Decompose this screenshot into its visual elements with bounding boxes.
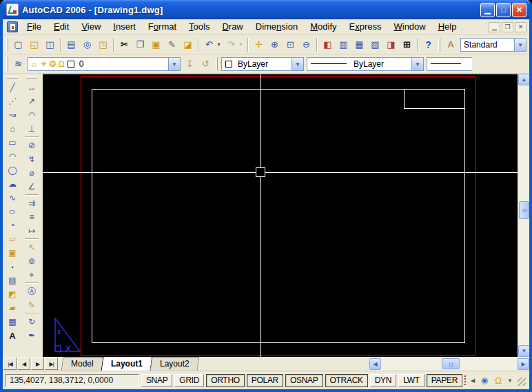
line-icon[interactable]: ╱ [5,81,20,94]
toolbar-grip[interactable] [6,57,8,71]
ordinate-dimension-icon[interactable]: ⊥ [24,122,39,136]
pan-icon[interactable]: ✛ [252,37,266,52]
toolbar-grip[interactable] [438,38,440,52]
menu-express[interactable]: Express [343,20,388,34]
layer-combobox[interactable]: ☼☀❂Ω 0 ▾ [28,57,181,71]
tab-next-button[interactable]: ▶ [31,358,44,370]
autocad-app-icon[interactable] [6,3,19,16]
radius-dimension-icon[interactable]: ⊘ [24,138,39,152]
copy-icon[interactable]: ❐ [133,37,147,52]
arc-length-dimension-icon[interactable]: ◠ [24,108,39,122]
toggle-paper[interactable]: PAPER [427,374,462,387]
make-object-layer-current-icon[interactable]: ↧ [183,56,197,72]
table-icon[interactable]: ▦ [5,315,20,329]
point-icon[interactable]: ∙ [5,260,20,274]
dimension-style-icon[interactable]: ✒ [24,329,39,342]
chevron-down-icon[interactable]: ▾ [411,58,423,70]
tray-lock-icon[interactable]: Ω [493,375,504,386]
toolbar-grip[interactable] [6,38,8,52]
tab-layout2[interactable]: Layout2 [150,357,199,371]
tool-palettes-icon[interactable]: ▦ [352,37,367,52]
layer-previous-icon[interactable]: ↺ [198,56,213,72]
spline-icon[interactable]: ∿ [5,191,20,205]
redo-dropdown-icon[interactable]: ▾ [237,37,245,52]
zoom-previous-icon[interactable]: ⊖ [299,37,314,52]
menu-window[interactable]: Window [387,20,431,34]
polyline-icon[interactable]: ↝ [5,108,20,122]
dimension-update-icon[interactable]: ↻ [24,315,39,329]
make-block-icon[interactable]: ▣ [5,246,20,260]
close-button[interactable]: ✕ [512,3,526,17]
publish-icon[interactable]: ◳ [96,37,110,52]
toggle-polar[interactable]: POLAR [247,374,283,387]
ellipse-icon[interactable]: ○ [5,205,20,218]
construction-line-icon[interactable]: ⋰ [5,94,20,108]
linear-dimension-icon[interactable]: ↔ [24,81,39,94]
tab-model[interactable]: Model [61,357,103,371]
zoom-realtime-icon[interactable]: ⊕ [267,37,282,52]
chevron-down-icon[interactable]: ▾ [168,58,180,70]
toggle-snap[interactable]: SNAP [141,374,172,387]
menu-tools[interactable]: Tools [183,20,216,34]
jogged-dimension-icon[interactable]: ↯ [24,152,39,166]
layer-vpfreeze-icon[interactable]: ❂ [50,59,57,69]
horizontal-scrollbar[interactable]: ◀ ▶ [369,357,529,371]
print-icon[interactable]: ▤ [64,37,79,52]
drawing-canvas[interactable] [43,74,518,357]
communication-center-icon[interactable]: ◉ [479,375,490,385]
quick-leader-icon[interactable]: ↖ [24,240,39,254]
text-style-combobox[interactable]: Standard ▾ [460,38,526,52]
scroll-down-icon[interactable]: ▼ [518,345,530,357]
tab-last-button[interactable]: ▶| [45,358,58,370]
tab-layout1[interactable]: Layout1 [101,356,152,371]
hatch-icon[interactable]: ▨ [5,274,20,287]
horizontal-scroll-track[interactable] [381,358,518,370]
redo-icon[interactable]: ↷ [224,37,238,52]
menu-file[interactable]: File [21,20,48,34]
aligned-dimension-icon[interactable]: ↗ [24,94,39,108]
menu-help[interactable]: Help [432,20,463,34]
print-preview-icon[interactable]: ◎ [80,37,94,52]
center-mark-icon[interactable]: ⌖ [24,268,39,282]
rectangle-icon[interactable]: ▭ [5,136,20,149]
dimension-edit-icon[interactable]: Ⓐ [24,285,39,298]
sheet-set-manager-icon[interactable]: ▧ [368,37,382,52]
minimize-button[interactable]: ▁ [480,3,495,17]
new-icon[interactable]: ▢ [11,37,25,52]
diameter-dimension-icon[interactable]: ⌀ [24,166,39,180]
menu-edit[interactable]: Edit [48,20,75,34]
undo-dropdown-icon[interactable]: ▾ [215,37,223,52]
layer-freeze-icon[interactable]: ☀ [40,59,48,69]
cut-icon[interactable]: ✂ [117,37,132,52]
undo-icon[interactable]: ↶ [202,37,216,52]
layer-on-icon[interactable]: ☼ [30,59,38,69]
layer-lock-icon[interactable]: Ω [59,59,65,69]
markup-set-manager-icon[interactable]: ◨ [384,37,398,52]
open-icon[interactable]: ◱ [27,37,41,52]
block-editor-icon[interactable]: ◪ [181,37,195,52]
menu-dimension[interactable]: Dimension [249,20,304,34]
tray-overflow-icon[interactable]: ▼ [507,378,513,384]
menu-draw[interactable]: Draw [216,20,249,34]
polygon-icon[interactable]: ⌂ [5,122,20,136]
drawing-file-icon[interactable] [7,21,18,32]
viewport-border[interactable] [92,89,465,343]
baseline-dimension-icon[interactable]: ≡ [24,210,39,224]
match-properties-icon[interactable]: ✎ [165,37,179,52]
gradient-icon[interactable]: ◩ [5,287,20,301]
help-icon[interactable]: ? [421,37,436,52]
mdi-close-button[interactable]: ✕ [515,22,526,32]
color-combobox[interactable]: ByLayer ▾ [221,57,304,71]
maximize-button[interactable]: □ [496,3,511,17]
tolerance-icon[interactable]: ⊚ [24,254,39,268]
chevron-down-icon[interactable]: ▾ [291,58,303,70]
tab-prev-button[interactable]: ◀ [17,358,30,370]
text-style-icon[interactable]: A [443,37,458,52]
layer-color-swatch[interactable] [68,61,74,68]
paste-icon[interactable]: ▣ [149,37,163,52]
angular-dimension-icon[interactable]: ∠ [24,180,39,194]
quickcalc-icon[interactable]: ⊞ [400,37,414,52]
region-icon[interactable]: ▰ [5,301,20,315]
chevron-down-icon[interactable]: ▾ [514,39,526,51]
vertical-scroll-thumb[interactable] [519,201,529,219]
